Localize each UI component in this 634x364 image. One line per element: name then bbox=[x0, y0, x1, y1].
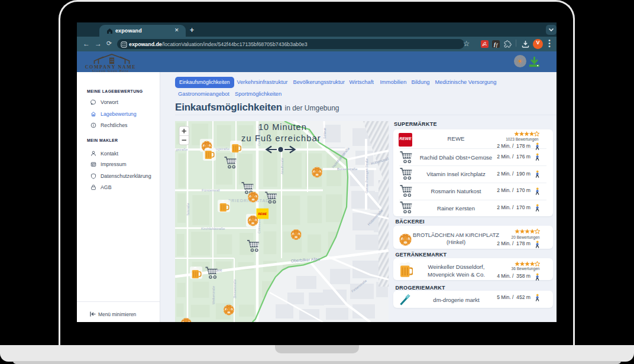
svg-text:Zimmerstraße: Zimmerstraße bbox=[233, 280, 237, 298]
svg-text:gstraße: gstraße bbox=[176, 148, 188, 151]
svg-text:zu Fuß erreichbar: zu Fuß erreichbar bbox=[241, 134, 321, 143]
svg-text:Weiherstraße: Weiherstraße bbox=[212, 286, 215, 304]
svg-text:Arnulfstraße: Arnulfstraße bbox=[280, 158, 284, 174]
svg-text:Schleue: Schleue bbox=[323, 128, 326, 139]
svg-text:Gustav-Poensgen-Straße: Gustav-Poensgen-Straße bbox=[365, 158, 368, 193]
svg-text:Bunsenstraße: Bunsenstraße bbox=[337, 167, 357, 171]
svg-text:10 Minuten: 10 Minuten bbox=[258, 122, 307, 132]
svg-text:REWE: REWE bbox=[258, 213, 267, 216]
svg-text:Fürstenwall: Fürstenwall bbox=[202, 188, 220, 192]
svg-text:Talstraße: Talstraße bbox=[186, 203, 190, 216]
svg-text:Kirchfeldstraße: Kirchfeldstraße bbox=[201, 227, 225, 230]
